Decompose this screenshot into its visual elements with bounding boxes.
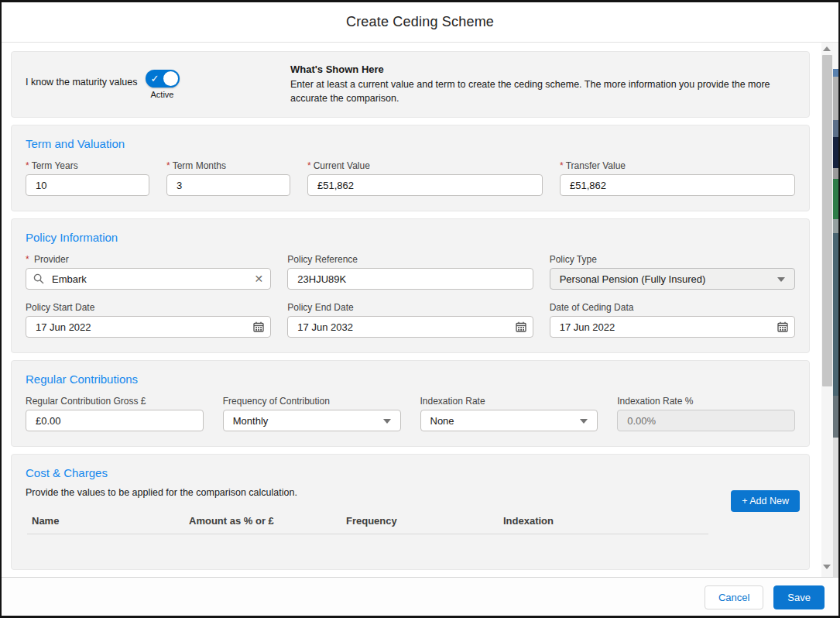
policy-reference-label: Policy Reference [287,254,533,265]
term-valuation-heading: Term and Valuation [26,137,795,150]
indexation-rate-pct-label: Indexation Rate % [617,396,795,407]
add-new-button[interactable]: + Add New [731,490,800,512]
indexation-rate-pct-input [617,410,795,431]
modal-header: Create Ceding Scheme [2,2,838,43]
term-months-label: Term Months [173,160,226,171]
required-marker: * [26,254,29,265]
policy-end-date-input[interactable] [287,316,533,338]
scrollbar-thumb[interactable] [822,55,832,386]
policy-end-date-label: Policy End Date [287,302,533,313]
frequency-of-contribution-select[interactable]: Monthly [223,410,401,431]
modal-footer: Cancel Save [2,577,838,617]
transfer-value-label: Transfer Value [566,160,626,171]
required-marker: * [560,160,564,171]
info-body: Enter at least a current value and term … [290,77,780,105]
policy-end-date-field: Policy End Date [287,302,533,338]
required-marker: * [166,160,170,171]
date-of-ceding-data-label: Date of Ceding Data [550,302,795,313]
empty-table-body [26,534,795,554]
calendar-icon[interactable] [253,321,264,335]
page-behind-strip [833,43,838,577]
policy-type-field: Policy Type Personal Pension (Fully Insu… [550,254,795,290]
policy-information-card: Policy Information * Provider ✕ Policy R… [11,218,810,353]
maturity-values-card: I know the maturity values ✓ Active What… [11,51,810,118]
indexation-rate-label: Indexation Rate [420,396,598,407]
term-months-field: *Term Months [166,160,290,196]
policy-start-date-field: Policy Start Date [26,302,271,338]
provider-field: * Provider ✕ [26,254,271,290]
cost-charges-card: Cost & Charges Provide the values to be … [11,454,810,570]
chevron-down-icon [580,419,588,424]
required-marker: * [26,160,29,171]
column-name: Name [26,515,183,527]
required-marker: * [307,160,311,171]
term-years-field: *Term Years [26,160,149,196]
policy-information-heading: Policy Information [26,231,795,244]
frequency-of-contribution-field: Frequency of Contribution Monthly [223,396,401,431]
indexation-rate-pct-field: Indexation Rate % [617,396,795,431]
policy-type-label: Policy Type [550,254,795,265]
column-indexation: Indexation [497,515,654,527]
info-title: What's Shown Here [290,64,780,75]
toggle-knob [163,71,178,86]
policy-reference-input[interactable] [287,268,533,290]
toggle-check-icon: ✓ [151,72,159,85]
term-years-input[interactable] [26,174,149,196]
provider-input[interactable] [26,268,271,290]
transfer-value-field: *Transfer Value [560,160,795,196]
scroll-down-icon[interactable] [823,565,831,569]
indexation-rate-select[interactable]: None [420,410,598,431]
policy-reference-field: Policy Reference [287,254,533,290]
current-value-input[interactable] [307,174,543,196]
save-button[interactable]: Save [773,585,825,609]
chevron-down-icon [383,419,391,424]
indexation-rate-field: Indexation Rate None [420,396,598,431]
frequency-value: Monthly [233,415,269,427]
policy-start-date-input[interactable] [26,316,271,338]
maturity-toggle[interactable]: ✓ [146,70,180,88]
term-years-label: Term Years [32,160,78,171]
column-frequency: Frequency [340,515,497,527]
column-amount: Amount as % or £ [183,515,340,527]
indexation-rate-value: None [430,415,454,427]
policy-start-date-label: Policy Start Date [26,302,271,313]
cost-charges-description: Provide the values to be applied for the… [26,487,795,498]
date-of-ceding-data-input[interactable] [550,316,795,338]
create-ceding-scheme-modal: Create Ceding Scheme I know the maturity… [0,0,840,618]
toggle-state-label: Active [151,90,174,99]
provider-label: Provider [34,254,69,265]
calendar-icon[interactable] [777,321,788,335]
term-months-input[interactable] [166,174,290,196]
current-value-label: Current Value [314,160,370,171]
term-valuation-card: Term and Valuation *Term Years *Term Mon… [11,125,810,211]
maturity-toggle-label: I know the maturity values [26,77,138,88]
date-of-ceding-data-field: Date of Ceding Data [550,302,795,338]
policy-type-select[interactable]: Personal Pension (Fully Insured) [550,268,795,290]
whats-shown-here-info: What's Shown Here Enter at least a curre… [290,64,795,105]
maturity-toggle-group: I know the maturity values ✓ Active [26,70,290,99]
vertical-scrollbar[interactable] [821,43,833,577]
current-value-field: *Current Value [307,160,543,196]
chevron-down-icon [777,277,785,282]
cancel-button[interactable]: Cancel [705,585,763,609]
calendar-icon[interactable] [516,321,526,335]
transfer-value-input[interactable] [560,174,795,196]
cost-charges-table-header: Name Amount as % or £ Frequency Indexati… [26,515,795,527]
search-icon [33,273,44,287]
regular-contributions-heading: Regular Contributions [26,373,795,386]
frequency-of-contribution-label: Frequency of Contribution [223,396,401,407]
regular-contribution-gross-input[interactable] [26,410,204,431]
page-title: Create Ceding Scheme [346,14,494,30]
cost-charges-heading: Cost & Charges [26,466,795,479]
scroll-up-icon[interactable] [823,46,831,51]
policy-type-value: Personal Pension (Fully Insured) [560,273,706,285]
regular-contribution-gross-label: Regular Contribution Gross £ [26,396,204,407]
regular-contribution-gross-field: Regular Contribution Gross £ [26,396,204,431]
modal-body: I know the maturity values ✓ Active What… [2,43,838,577]
clear-icon[interactable]: ✕ [255,272,264,286]
regular-contributions-card: Regular Contributions Regular Contributi… [11,360,810,447]
